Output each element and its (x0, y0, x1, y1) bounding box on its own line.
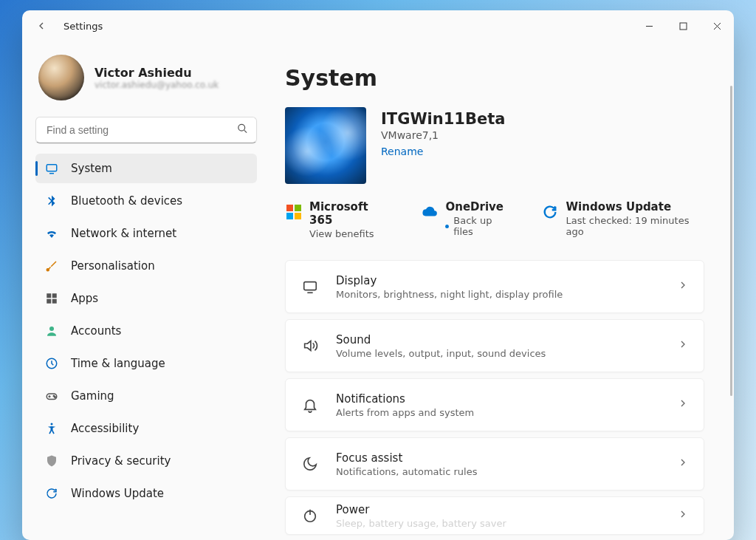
rename-link[interactable]: Rename (381, 146, 505, 157)
display-icon (300, 277, 320, 296)
card-sub: Sleep, battery usage, battery saver (336, 518, 677, 529)
status-onedrive[interactable]: OneDrive Back up files (421, 200, 512, 239)
status-windows-update[interactable]: Windows Update Last checked: 19 minutes … (542, 200, 705, 239)
system-icon (44, 161, 59, 176)
card-notifications[interactable]: Notifications Alerts from apps and syste… (285, 378, 704, 431)
svg-rect-4 (47, 293, 51, 298)
sidebar-item-label: Windows Update (71, 487, 164, 500)
device-model: VMware7,1 (381, 129, 505, 141)
sidebar-item-label: Bluetooth & devices (71, 194, 182, 208)
back-arrow-icon (35, 20, 47, 32)
update-icon (44, 486, 59, 501)
power-icon (300, 506, 320, 525)
settings-cards: Display Monitors, brightness, night ligh… (285, 260, 704, 535)
maximize-button[interactable] (666, 10, 700, 41)
brush-icon (44, 259, 59, 273)
bluetooth-icon (44, 194, 59, 208)
user-text: Victor Ashiedu victor.ashiedu@yahoo.co.u… (94, 66, 219, 90)
sidebar-item-accessibility[interactable]: Accessibility (35, 414, 257, 443)
titlebar: Settings (22, 10, 734, 41)
device-block: ITGWin11Beta VMware7,1 Rename (285, 107, 704, 184)
svg-rect-6 (47, 299, 51, 304)
sidebar-item-label: Personalisation (71, 259, 155, 273)
card-sound[interactable]: Sound Volume levels, output, input, soun… (285, 319, 704, 372)
window-title: Settings (63, 21, 103, 32)
status-microsoft365[interactable]: Microsoft 365 View benefits (285, 200, 391, 239)
sidebar-item-bluetooth[interactable]: Bluetooth & devices (35, 186, 257, 216)
search-container (35, 117, 257, 143)
sidebar-item-update[interactable]: Windows Update (35, 479, 257, 508)
status-title: Microsoft 365 (309, 200, 391, 227)
sidebar: Victor Ashiedu victor.ashiedu@yahoo.co.u… (22, 41, 266, 540)
user-name: Victor Ashiedu (94, 66, 219, 80)
main-pane: System ITGWin11Beta VMware7,1 Rename (266, 41, 734, 540)
card-sub: Notifications, automatic rules (336, 466, 677, 477)
page-title: System (285, 65, 704, 91)
gamepad-icon (44, 389, 59, 403)
windows-update-icon (542, 203, 559, 221)
card-sub: Alerts from apps and system (336, 407, 677, 418)
microsoft-logo-icon (285, 203, 302, 221)
back-button[interactable] (32, 17, 50, 35)
wifi-icon (44, 226, 59, 241)
sidebar-item-label: Privacy & security (71, 454, 171, 468)
chevron-right-icon (677, 508, 689, 523)
svg-rect-7 (52, 299, 57, 304)
status-title: Windows Update (566, 200, 704, 213)
sidebar-item-label: Accounts (71, 324, 121, 338)
sidebar-item-apps[interactable]: Apps (35, 284, 257, 313)
card-power[interactable]: Power Sleep, battery usage, battery save… (285, 496, 704, 535)
sidebar-item-privacy[interactable]: Privacy & security (35, 446, 257, 476)
moon-icon (300, 454, 320, 474)
status-sub: Last checked: 19 minutes ago (566, 215, 704, 237)
window-controls (632, 10, 734, 41)
sidebar-item-label: Gaming (71, 389, 114, 403)
card-sub: Monitors, brightness, night light, displ… (336, 289, 677, 300)
chevron-right-icon (677, 457, 689, 471)
shield-icon (44, 454, 59, 468)
card-sub: Volume levels, output, input, sound devi… (336, 348, 677, 359)
clock-globe-icon (44, 356, 59, 371)
card-display[interactable]: Display Monitors, brightness, night ligh… (285, 260, 704, 313)
sound-icon (300, 336, 320, 355)
sidebar-item-gaming[interactable]: Gaming (35, 381, 257, 411)
search-input[interactable] (35, 117, 257, 143)
card-focus-assist[interactable]: Focus assist Notifications, automatic ru… (285, 437, 704, 491)
sidebar-item-label: Time & language (71, 357, 165, 370)
sidebar-item-label: Accessibility (71, 422, 139, 435)
chevron-right-icon (677, 397, 689, 412)
svg-rect-0 (680, 23, 687, 30)
sidebar-item-label: Network & internet (71, 227, 176, 240)
user-email: victor.ashiedu@yahoo.co.uk (94, 80, 219, 90)
status-sub: View benefits (309, 228, 391, 239)
device-name: ITGWin11Beta (381, 110, 505, 128)
minimize-button[interactable] (632, 10, 666, 41)
accessibility-icon (44, 421, 59, 436)
svg-rect-5 (52, 293, 57, 298)
sidebar-item-network[interactable]: Network & internet (35, 219, 257, 248)
status-row: Microsoft 365 View benefits OneDrive Bac… (285, 200, 704, 239)
sidebar-item-label: Apps (71, 292, 98, 305)
scrollbar[interactable] (730, 86, 732, 396)
chevron-right-icon (677, 279, 689, 294)
status-sub: Back up files (445, 215, 512, 237)
onedrive-cloud-icon (421, 203, 438, 221)
card-title: Display (336, 274, 677, 287)
card-title: Sound (336, 333, 677, 346)
device-wallpaper-thumbnail (285, 107, 366, 184)
sidebar-item-label: System (71, 162, 112, 175)
status-title: OneDrive (445, 200, 512, 213)
sidebar-item-personalisation[interactable]: Personalisation (35, 251, 257, 281)
minimize-icon (645, 22, 653, 30)
maximize-icon (679, 22, 687, 30)
sidebar-item-time[interactable]: Time & language (35, 349, 257, 378)
svg-point-3 (47, 269, 49, 271)
close-button[interactable] (700, 10, 734, 41)
svg-point-12 (55, 397, 56, 398)
svg-point-13 (51, 423, 53, 425)
close-icon (713, 22, 721, 30)
sidebar-item-accounts[interactable]: Accounts (35, 316, 257, 346)
sidebar-item-system[interactable]: System (35, 154, 257, 183)
user-block[interactable]: Victor Ashiedu victor.ashiedu@yahoo.co.u… (38, 55, 254, 100)
person-icon (44, 324, 59, 338)
